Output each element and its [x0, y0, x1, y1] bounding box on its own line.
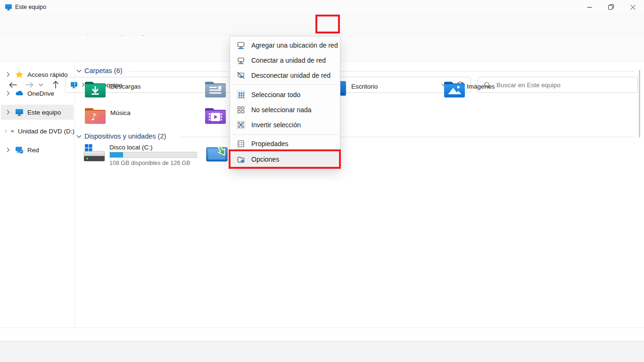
onedrive-cloud-icon — [15, 89, 24, 98]
select-none-icon — [237, 106, 245, 114]
folder-label[interactable]: Música — [110, 109, 131, 116]
menu-item-map-network-drive[interactable]: Conectar a unidad de red — [231, 53, 339, 68]
folder-tile-videos[interactable] — [205, 107, 226, 124]
pictures-folder-icon — [444, 80, 465, 98]
sidebar-item-dvd-drive[interactable]: Unidad de DVD (D:) — [0, 123, 74, 139]
downloads-folder-icon — [85, 80, 106, 98]
menu-separator — [232, 134, 339, 135]
menu-separator — [232, 84, 339, 85]
this-pc-icon — [15, 108, 24, 116]
collapse-chevron-icon[interactable] — [76, 135, 82, 138]
disk-usage-fill — [110, 152, 123, 157]
search-box[interactable] — [478, 77, 638, 93]
drive-tile-dvd[interactable] — [206, 144, 228, 164]
videos-folder-icon — [205, 107, 226, 124]
sidebar-item-this-pc[interactable]: Este equipo — [0, 105, 74, 120]
search-input[interactable] — [495, 81, 632, 89]
properties-icon — [237, 140, 245, 148]
close-button[interactable] — [622, 0, 644, 14]
menu-item-invert-selection[interactable]: Invertir selección — [231, 117, 339, 132]
network-icon — [15, 146, 24, 154]
minimize-button[interactable] — [578, 0, 600, 14]
invert-selection-icon — [237, 121, 245, 129]
folder-tile-music[interactable]: ♪ — [85, 107, 106, 124]
folder-tile-documents[interactable] — [205, 80, 226, 98]
folders-section-header[interactable]: Carpetas (6) — [76, 67, 123, 74]
menu-item-select-none[interactable]: No seleccionar nada — [231, 102, 339, 117]
menu-item-label: Seleccionar todo — [251, 91, 300, 99]
add-network-location-icon — [237, 41, 245, 49]
folder-label[interactable]: Descargas — [110, 83, 141, 90]
menu-item-label: Desconectar unidad de red — [251, 72, 330, 79]
taskbar: 1:44 05/08/2021 8 — [0, 341, 644, 362]
expand-chevron-icon[interactable] — [5, 90, 11, 96]
menu-item-label: Conectar a unidad de red — [251, 57, 326, 64]
documents-folder-icon — [205, 80, 226, 98]
vertical-scrollbar[interactable] — [639, 70, 640, 138]
sidebar-label: OneDrive — [27, 90, 54, 97]
breadcrumb-chevron-icon — [82, 82, 85, 87]
dvd-drive-icon — [206, 144, 228, 164]
menu-item-select-all[interactable]: Seleccionar todo — [231, 87, 339, 102]
command-bar: Nueva carpeta — [0, 14, 644, 36]
titlebar: Este equipo — [0, 0, 644, 14]
expand-chevron-icon[interactable] — [5, 72, 11, 77]
folder-label[interactable]: Escritorio — [351, 83, 378, 90]
see-more-menu: Agregar una ubicación de red Conectar a … — [230, 36, 340, 168]
menu-item-add-network-location[interactable]: Agregar una ubicación de red — [231, 38, 339, 53]
section-divider — [129, 71, 635, 72]
menu-item-label: Invertir selección — [251, 121, 301, 129]
folders-section-title: Carpetas (6) — [84, 67, 123, 74]
highlight-box-see-more — [315, 15, 340, 33]
sidebar-item-quick-access[interactable]: Acceso rápido — [0, 67, 74, 82]
dvd-drive-icon — [11, 127, 14, 135]
music-folder-icon: ♪ — [85, 107, 106, 124]
sidebar-label: Red — [27, 147, 39, 154]
menu-item-label: Agregar una ubicación de red — [251, 41, 338, 49]
menu-item-label: Propiedades — [251, 140, 289, 148]
devices-section-header[interactable]: Dispositivos y unidades (2) — [76, 132, 166, 140]
restore-button[interactable] — [600, 0, 622, 14]
disk-usage-bar — [109, 152, 197, 158]
collapse-chevron-icon[interactable] — [76, 69, 82, 73]
sidebar-item-network[interactable]: Red — [0, 142, 74, 157]
svg-text:♪: ♪ — [91, 111, 97, 123]
expand-chevron-icon[interactable] — [5, 109, 11, 115]
drive-tile-local-disk[interactable] — [83, 144, 106, 164]
map-network-drive-icon — [237, 56, 245, 65]
expand-chevron-icon[interactable] — [5, 147, 11, 153]
file-explorer-window: Este equipo Nueva carpeta — [0, 0, 644, 362]
minimize-icon — [587, 5, 592, 10]
this-pc-icon — [5, 3, 12, 11]
expand-chevron-icon[interactable] — [5, 128, 7, 134]
folder-tile-pictures[interactable] — [444, 80, 465, 98]
select-all-icon — [237, 90, 245, 99]
folder-label[interactable]: Imágenes — [467, 83, 495, 90]
restore-icon — [608, 4, 614, 10]
highlight-box-options — [229, 149, 341, 169]
devices-section-title: Dispositivos y unidades (2) — [84, 132, 166, 140]
hard-drive-icon — [83, 144, 106, 164]
menu-item-disconnect-network-drive[interactable]: Desconectar unidad de red — [231, 68, 339, 83]
menu-item-label: No seleccionar nada — [251, 106, 312, 114]
close-icon — [630, 5, 636, 10]
sidebar-label: Unidad de DVD (D:) — [18, 128, 74, 135]
disconnect-network-drive-icon — [237, 71, 245, 80]
window-title: Este equipo — [15, 4, 46, 10]
sidebar-item-onedrive[interactable]: OneDrive — [0, 86, 74, 101]
sidebar-divider — [74, 61, 75, 328]
status-bar: 8 elementos — [0, 328, 644, 341]
sidebar-label: Acceso rápido — [27, 71, 68, 78]
sidebar-label: Este equipo — [27, 109, 61, 116]
folder-tile-descargas[interactable] — [85, 80, 106, 98]
drive-label[interactable]: Disco local (C:) — [109, 144, 153, 151]
star-icon — [15, 70, 24, 79]
disk-usage-detail: 108 GB disponibles de 126 GB — [109, 160, 190, 166]
